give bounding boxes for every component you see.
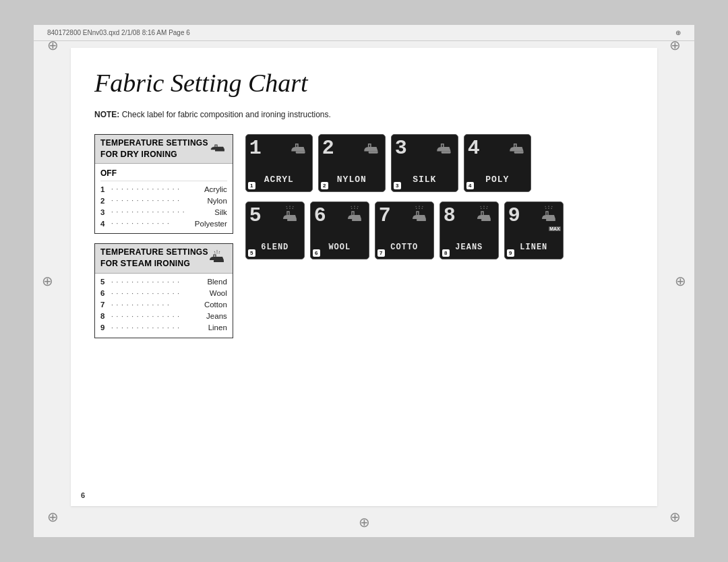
fabric-lcd-label: SILK (392, 175, 458, 185)
note-paragraph: NOTE: Check label for fabric composition… (94, 110, 634, 119)
fabric-lcd-label: ACRYL (246, 175, 312, 185)
setting-fabric: Polyester (195, 220, 227, 228)
fabric-lcd-number: 9 (508, 206, 520, 226)
setting-number: 1 (100, 185, 109, 193)
steam-iron-icon (280, 204, 301, 227)
svg-line-15 (357, 206, 358, 209)
fabric-badge: 1 (248, 182, 255, 189)
setting-fabric: Jeans (206, 312, 227, 320)
steam-setting-row: 8· · · · · · · · · · · · · ·Jeans (100, 311, 227, 322)
fabric-lcd-number: 4 (468, 138, 480, 158)
steam-fabric-icon: 8 JEANS 8 (439, 201, 499, 259)
settings-column: TEMPERATURE SETTINGS FOR DRY IRONING (94, 134, 233, 338)
svg-line-21 (481, 206, 481, 209)
svg-line-4 (219, 251, 220, 253)
dry-iron-icon (210, 140, 227, 158)
setting-number: 5 (100, 278, 109, 286)
steam-setting-row: 7· · · · · · · · · · · ·Cotton (100, 299, 227, 311)
steam-setting-row: 6· · · · · · · · · · · · · ·Wool (100, 288, 227, 299)
fabric-badge: 2 (321, 182, 328, 189)
dry-settings-title: TEMPERATURE SETTINGS FOR DRY IRONING (100, 138, 208, 160)
fabric-badge: 6 (313, 249, 320, 257)
header-crosshair: ⊕ (675, 29, 681, 36)
setting-fabric: Blend (207, 278, 226, 286)
fabric-badge: 3 (394, 182, 401, 189)
fabric-lcd-number: 8 (444, 206, 456, 226)
setting-number: 4 (100, 220, 109, 228)
iron-icon (361, 137, 382, 160)
svg-rect-16 (352, 219, 361, 221)
svg-rect-5 (296, 151, 305, 153)
dry-settings-body: OFF 1· · · · · · · · · · · · · ·Acrylic2… (95, 164, 233, 233)
dry-fabric-icon: 1 ACRYL 1 (245, 134, 313, 192)
fabric-lcd-number: 3 (395, 138, 407, 158)
fabric-badge: 7 (377, 249, 385, 257)
fabric-badge: 4 (466, 182, 474, 189)
content-page: Fabric Setting Chart NOTE: Check label f… (71, 48, 657, 506)
crosshair-mid-bottom: ⊕ (359, 514, 370, 530)
svg-rect-28 (546, 219, 555, 221)
dry-setting-row: 4· · · · · · · · · · · ·Polyester (100, 218, 227, 229)
fabric-lcd-label: POLY (464, 175, 530, 185)
svg-rect-0 (215, 150, 224, 152)
fabric-lcd-label: NYLON (319, 175, 385, 185)
fabric-badge: 5 (248, 249, 255, 257)
chart-area: TEMPERATURE SETTINGS FOR DRY IRONING (94, 134, 634, 338)
dry-setting-row: 2· · · · · · · · · · · · · ·Nylon (100, 195, 227, 206)
dry-fabric-icon: 2 NYLON 2 (318, 134, 386, 192)
dry-settings-box: TEMPERATURE SETTINGS FOR DRY IRONING (94, 134, 233, 234)
steam-setting-row: 5· · · · · · · · · · · · · ·Blend (100, 276, 227, 288)
note-content: Check label for fabric composition and i… (122, 110, 331, 119)
fabric-lcd-number: 1 (249, 138, 262, 158)
setting-number: 2 (100, 197, 109, 205)
crosshair-mid-left: ⊕ (42, 273, 53, 289)
iron-icon (434, 137, 454, 160)
setting-dots: · · · · · · · · · · · · · · (111, 313, 205, 320)
steam-fabric-icon: 9 LINEN 9 MAX (504, 201, 564, 259)
dry-fabric-icon: 3 SILK 3 (391, 134, 458, 192)
header-text: 840172800 ENnv03.qxd 2/1/08 8:16 AM Page… (47, 29, 190, 36)
steam-icons-row: 5 6LEND 5 6 WOOL 6 7 COTTO 7 (245, 201, 634, 259)
setting-dots: · · · · · · · · · · · · · · (111, 185, 203, 193)
iron-icon (289, 137, 309, 160)
max-badge: MAX (549, 226, 561, 231)
setting-dots: · · · · · · · · · · · · · · (111, 324, 207, 332)
setting-number: 6 (100, 289, 109, 297)
header-strip: 840172800 ENnv03.qxd 2/1/08 8:16 AM Page… (34, 25, 694, 41)
page-number: 6 (81, 491, 85, 499)
fabric-lcd-number: 6 (314, 206, 326, 226)
fabric-badge: 9 (507, 249, 514, 257)
steam-iron-icon (208, 248, 227, 269)
fabric-lcd-number: 5 (249, 206, 262, 226)
svg-line-11 (293, 206, 293, 209)
crosshair-tr: ⊕ (669, 37, 681, 53)
svg-rect-24 (481, 219, 491, 221)
svg-line-23 (487, 206, 487, 209)
setting-fabric: Silk (214, 208, 227, 216)
steam-fabric-icon: 5 6LEND 5 (245, 201, 305, 259)
steam-setting-row: 9· · · · · · · · · · · · · ·Linen (100, 322, 227, 334)
setting-fabric: Linen (208, 323, 227, 332)
dry-settings-header: TEMPERATURE SETTINGS FOR DRY IRONING (95, 135, 233, 164)
dry-fabric-icon: 4 POLY 4 (464, 134, 531, 192)
steam-settings-box: TEMPERATURE SETTINGS FOR STEAM IRONING (94, 243, 233, 338)
setting-fabric: Acrylic (204, 185, 227, 193)
svg-rect-1 (214, 260, 224, 262)
crosshair-tl: ⊕ (47, 37, 59, 53)
svg-rect-6 (369, 151, 378, 153)
setting-dots: · · · · · · · · · · · · · · · (111, 208, 213, 216)
off-label: OFF (100, 166, 227, 181)
setting-fabric: Wool (210, 289, 227, 297)
svg-rect-8 (514, 151, 524, 153)
crosshair-bl: ⊕ (47, 509, 59, 525)
icons-section: 1 ACRYL 1 2 NYLON 2 3 SILK 3 4 POLY 4 (245, 134, 634, 259)
steam-iron-icon (475, 204, 495, 227)
dry-setting-row: 3· · · · · · · · · · · · · · ·Silk (100, 206, 227, 218)
steam-iron-icon (410, 204, 430, 227)
setting-number: 3 (100, 208, 109, 216)
fabric-lcd-number: 2 (322, 138, 334, 158)
steam-fabric-icon: 6 WOOL 6 (310, 201, 369, 259)
page-title: Fabric Setting Chart (94, 68, 634, 98)
setting-number: 7 (100, 301, 109, 309)
svg-rect-7 (442, 151, 451, 153)
